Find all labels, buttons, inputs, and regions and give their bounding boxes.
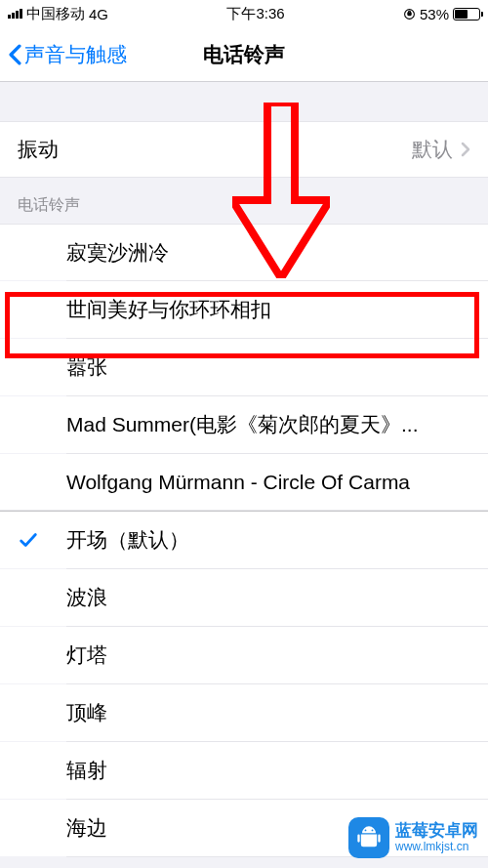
svg-point-3 [372,829,374,831]
battery-fill [455,10,468,19]
ringtone-row[interactable]: 开场（默认） [0,512,488,568]
svg-point-2 [365,829,367,831]
battery-percent: 53% [420,6,449,22]
nav-header: 声音与触感 电话铃声 [0,27,488,82]
ringtone-label: 顶峰 [66,699,107,726]
carrier-label: 中国移动 [26,5,85,23]
status-right: 53% [403,6,480,22]
chevron-right-icon [461,142,470,157]
ringtone-label: 灯塔 [66,641,107,669]
ringtone-row[interactable]: Wolfgang Mürmann - Circle Of Carma [0,454,488,511]
builtin-ringtones-list: 开场（默认）波浪灯塔顶峰辐射海边 [0,511,488,857]
back-button[interactable]: 声音与触感 [0,41,127,68]
ringtone-row[interactable]: 灯塔 [0,627,488,683]
checkmark-icon [18,529,39,551]
time-label: 下午3:36 [226,5,284,23]
svg-rect-5 [378,835,380,843]
watermark: 蓝莓安卓网 www.lmkjst.cn [348,817,478,858]
ringtone-label: 辐射 [66,757,107,784]
ringtone-row[interactable]: 波浪 [0,569,488,626]
back-label: 声音与触感 [24,41,127,68]
vibration-label: 振动 [18,136,59,163]
ringtone-label: 寂寞沙洲冷 [66,239,169,267]
status-bar: 中国移动 4G 下午3:36 53% [0,0,488,27]
signal-icon [8,9,22,19]
svg-rect-1 [408,12,411,15]
chevron-left-icon [8,44,22,65]
vibration-row[interactable]: 振动 默认 [0,121,488,178]
ringtone-row[interactable]: 顶峰 [0,684,488,741]
ringtone-label: Wolfgang Mürmann - Circle Of Carma [66,471,410,494]
ringtone-row[interactable]: 辐射 [0,742,488,799]
rotation-lock-icon [403,8,416,21]
svg-rect-4 [357,835,359,843]
watermark-title: 蓝莓安卓网 [395,822,478,841]
vibration-value: 默认 [412,136,453,163]
ringtone-row[interactable]: 嚣张 [0,339,488,395]
watermark-url: www.lmkjst.cn [395,841,478,853]
ringtone-row[interactable]: 寂寞沙洲冷 [0,224,488,280]
network-label: 4G [89,6,108,22]
page-title: 电话铃声 [203,41,285,68]
ringtone-label: 世间美好与你环环相扣 [66,296,271,323]
ringtone-label: Mad Summer(电影《菊次郎的夏天》... [66,411,419,438]
ringtone-label: 开场（默认） [66,526,189,554]
section-header-ringtones: 电话铃声 [0,178,488,224]
ringtone-label: 嚣张 [66,353,107,381]
custom-ringtones-list: 寂寞沙洲冷世间美好与你环环相扣嚣张Mad Summer(电影《菊次郎的夏天》..… [0,224,488,511]
ringtone-row[interactable]: Mad Summer(电影《菊次郎的夏天》... [0,396,488,453]
checkmark-slot [18,529,66,551]
status-left: 中国移动 4G [8,5,108,23]
ringtone-row[interactable]: 世间美好与你环环相扣 [0,281,488,338]
watermark-logo-icon [348,817,389,858]
battery-icon [453,8,480,21]
ringtone-label: 海边 [66,814,107,842]
ringtone-label: 波浪 [66,584,107,611]
